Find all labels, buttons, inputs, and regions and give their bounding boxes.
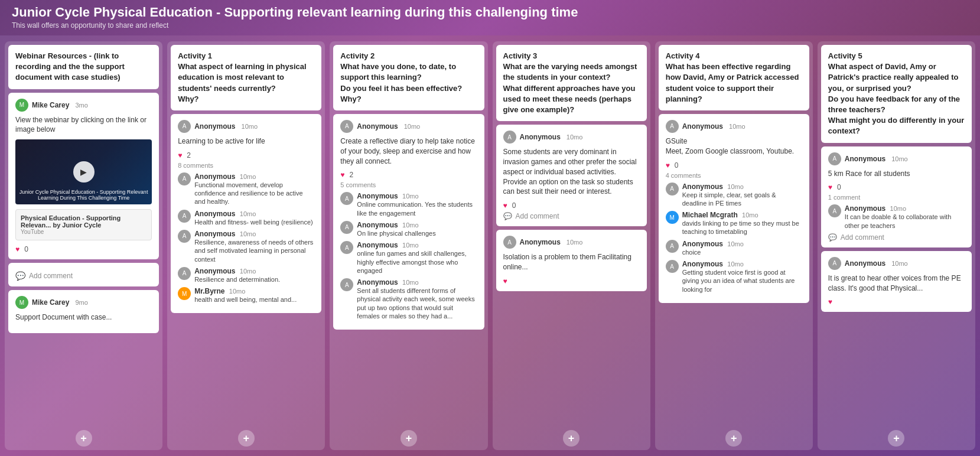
heart-icon[interactable]: ♥ <box>15 245 19 253</box>
chat-icon: 💬 <box>828 233 837 242</box>
comment-text: Getting student voice first is good at g… <box>682 268 802 294</box>
comment-content: Anonymous 10mochoice <box>682 240 744 256</box>
like-count: 0 <box>512 201 516 210</box>
heart-icon[interactable]: ♥ <box>340 171 344 179</box>
add-card-button[interactable]: + <box>238 430 255 447</box>
user-name: Anonymous <box>194 122 235 131</box>
user-row: MMike Carey9mo <box>15 296 152 309</box>
comment-item: AAnonymous 10moKeep it simple, clear, se… <box>666 183 802 208</box>
card-text: GSuite Meet, Zoom Google classroom, Yout… <box>666 136 802 157</box>
post-time: 10mo <box>566 133 583 141</box>
add-card-button[interactable]: + <box>563 430 579 447</box>
column-content: AAnonymous10moLearning to be active for … <box>167 114 325 426</box>
card-actions: ♥0 <box>503 201 640 210</box>
add-card-button[interactable]: + <box>76 430 92 447</box>
heart-icon[interactable]: ♥ <box>178 151 182 159</box>
comment-item: AAnonymous 10moSent all students differe… <box>340 278 477 320</box>
avatar: A <box>828 257 841 270</box>
add-comment-button[interactable]: 💬Add comment <box>15 271 152 281</box>
column-activity2: Activity 2 What have you done, to date, … <box>330 41 487 450</box>
card: AAnonymous10moLearning to be active for … <box>171 114 321 313</box>
add-card-button[interactable]: + <box>401 430 417 447</box>
avatar: A <box>340 241 353 254</box>
play-button[interactable]: ▶ <box>73 161 95 183</box>
card-actions: ♥ <box>503 277 640 285</box>
avatar: A <box>178 172 191 185</box>
comments-count: 4 comments <box>666 172 802 179</box>
heart-icon[interactable]: ♥ <box>828 183 832 191</box>
column-header: Activity 1 What aspect of learning in ph… <box>171 45 321 110</box>
like-count: 0 <box>675 161 679 170</box>
avatar: M <box>178 287 191 300</box>
avatar: M <box>666 211 679 224</box>
user-name: Anonymous <box>520 238 561 246</box>
add-card-button[interactable]: + <box>888 430 904 447</box>
avatar: A <box>828 152 841 165</box>
user-name: Anonymous <box>845 155 885 163</box>
avatar: M <box>15 296 28 309</box>
comment-text: Keep it simple, clear, set goals & deadl… <box>682 191 802 208</box>
column-add-area: + <box>167 426 325 450</box>
commenter-name: Anonymous <box>682 183 725 191</box>
comment-time: 10mo <box>240 230 256 237</box>
user-name: Anonymous <box>357 122 398 131</box>
avatar: A <box>340 120 353 133</box>
comment-item: AAnonymous 10moResilience, awareness of … <box>178 230 314 263</box>
heart-icon[interactable]: ♥ <box>828 298 832 306</box>
comment-time: 10mo <box>727 183 744 190</box>
column-content: AAnonymous10mo5 km Race for all students… <box>818 146 975 427</box>
column-header: Activity 5 What aspect of David, Amy or … <box>821 45 972 143</box>
column-add-area: + <box>330 426 487 450</box>
user-name: Anonymous <box>520 133 561 141</box>
column-add-area: + <box>5 426 162 450</box>
card: MMike Carey3moView the webinar by clicki… <box>8 93 159 260</box>
thumbnail-label: Junior Cycle Physical Education - Suppor… <box>19 189 148 201</box>
column-activity3: Activity 3 What are the varying needs am… <box>493 41 650 450</box>
comment-item: AAnonymous 10moonline fun games and skil… <box>340 241 477 275</box>
column-header: Activity 2 What have you done, to date, … <box>333 45 484 110</box>
heart-icon[interactable]: ♥ <box>666 161 670 170</box>
chat-icon: 💬 <box>15 271 25 281</box>
column-content: AAnonymous10moCreate a reflective diary … <box>330 114 487 426</box>
youtube-card[interactable]: Physical Education - Supporting Relevan.… <box>15 209 152 240</box>
user-name: Mike Carey <box>32 101 69 109</box>
yt-title: Physical Education - Supporting Relevan.… <box>21 214 146 229</box>
column-activity4: Activity 4 What has been effective regar… <box>655 41 813 450</box>
column-content: AAnonymous10moGSuite Meet, Zoom Google c… <box>655 114 813 426</box>
comment-content: Mr.Byrne 10mohealth and well being, ment… <box>194 287 297 304</box>
comment-time: 10mo <box>402 222 419 229</box>
add-comment-button[interactable]: 💬Add comment <box>828 233 965 242</box>
user-row: AAnonymous10mo <box>178 120 314 133</box>
column-header: Activity 3 What are the varying needs am… <box>496 45 647 121</box>
add-card-button[interactable]: + <box>725 430 742 447</box>
heart-icon[interactable]: ♥ <box>503 201 507 210</box>
comment-text: davids linking to pe time so they must b… <box>682 219 802 236</box>
commenter-name: Mr.Byrne <box>194 287 227 295</box>
comment-time: 10mo <box>240 173 256 180</box>
card: 💬Add comment <box>8 263 159 286</box>
video-thumbnail[interactable]: ▶Junior Cycle Physical Education - Suppo… <box>15 139 152 204</box>
comment-text: Functional movement, develop confidence … <box>194 181 314 206</box>
post-time: 10mo <box>729 123 745 130</box>
card-text: Learning to be active for life <box>178 136 314 146</box>
comment-content: Anonymous 10moOnline communication. Yes … <box>357 192 477 217</box>
comment-content: Anonymous 10moGetting student voice firs… <box>682 260 802 294</box>
card-actions: ♥ <box>828 298 965 306</box>
add-comment-button[interactable]: 💬Add comment <box>503 212 640 220</box>
comment-time: 10mo <box>402 279 419 286</box>
like-count: 2 <box>349 171 353 179</box>
comment-content: Anonymous 10moSent all students differen… <box>357 278 477 320</box>
comment-item: MMichael Mcgrath 10modavids linking to p… <box>666 211 802 236</box>
user-row: MMike Carey3mo <box>15 99 152 112</box>
comment-time: 10mo <box>229 288 246 295</box>
user-row: AAnonymous10mo <box>666 120 802 133</box>
card-actions: ♥0 <box>15 245 152 253</box>
card: AAnonymous10moGSuite Meet, Zoom Google c… <box>659 114 809 303</box>
column-add-area: + <box>818 426 975 450</box>
comment-content: Anonymous 10moOn line physical challenge… <box>357 221 435 237</box>
comment-item: AAnonymous 10moGetting student voice fir… <box>666 260 802 294</box>
comment-text: Resilience, awareness of needs of others… <box>194 238 314 263</box>
commenter-name: Anonymous <box>357 241 400 249</box>
comment-item: AAnonymous 10mochoice <box>666 240 802 256</box>
heart-icon[interactable]: ♥ <box>503 277 507 285</box>
